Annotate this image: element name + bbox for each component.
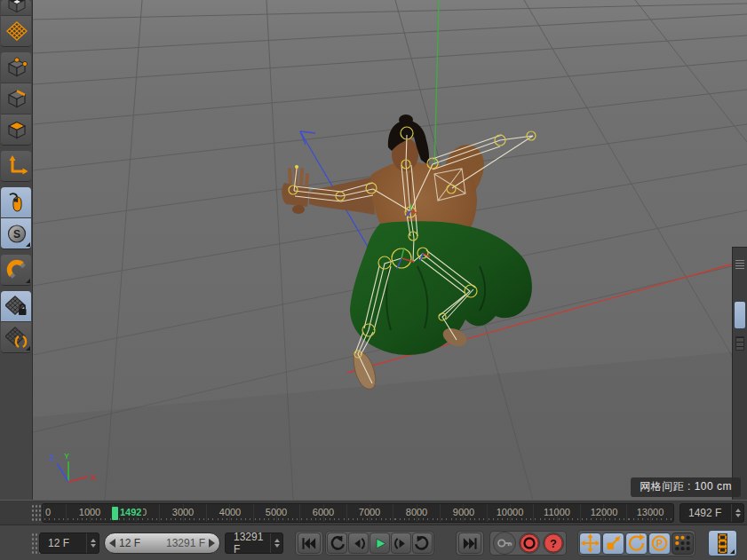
solo-glyph: S xyxy=(12,228,20,241)
current-frame-spinner[interactable] xyxy=(731,504,743,522)
snap-button[interactable] xyxy=(1,255,31,285)
preview-range-slider[interactable]: 12 F 13291 F xyxy=(104,532,220,554)
rotate-icon xyxy=(626,532,647,555)
film-strip-icon xyxy=(711,532,735,556)
enable-axis-button[interactable] xyxy=(1,151,31,181)
next-key-button[interactable] xyxy=(412,532,433,554)
panel-grip-icon[interactable] xyxy=(735,260,744,271)
spinner-down-icon[interactable] xyxy=(735,514,741,517)
ruler-tick: 11000 xyxy=(544,507,570,517)
ruler-tick: 0 xyxy=(45,507,51,517)
current-frame-field[interactable]: 1492 F xyxy=(679,503,744,523)
move-icon xyxy=(580,532,600,555)
points-mode-button[interactable] xyxy=(1,52,31,83)
palette-group-interaction: S xyxy=(1,187,31,248)
record-options-group: P xyxy=(577,530,695,556)
range-right-arrow-icon[interactable] xyxy=(209,539,215,548)
ruler-tick: 4000 xyxy=(219,507,241,517)
polygons-mode-button[interactable] xyxy=(1,114,31,145)
workplane-mode-icon xyxy=(5,20,28,43)
points-mode-icon xyxy=(5,56,28,79)
record-position-button[interactable] xyxy=(579,532,601,555)
magnet-icon xyxy=(5,258,28,281)
play-icon xyxy=(370,532,389,556)
ruler-tick: 8000 xyxy=(406,507,427,517)
timeline-row: 0 1000 2000 3000 4000 5000 6000 7000 800… xyxy=(0,500,747,525)
mode-palette: S xyxy=(0,0,33,500)
ruler-minor-ticks xyxy=(44,518,672,520)
tweak-mode-button[interactable] xyxy=(1,187,31,218)
solo-mode-icon: S xyxy=(5,222,28,245)
ruler-tick: 12000 xyxy=(591,507,618,517)
mouse-icon xyxy=(5,191,28,214)
question-icon: ? xyxy=(544,532,563,554)
palette-group-axis xyxy=(1,151,31,181)
edges-mode-button[interactable] xyxy=(1,83,31,114)
range-start-label: 12 F xyxy=(119,537,166,549)
range-start-spinner[interactable] xyxy=(86,533,99,553)
ruler-tick: 9000 xyxy=(453,507,474,517)
previous-frame-button[interactable] xyxy=(348,532,369,554)
spinner-down-icon[interactable] xyxy=(91,544,96,548)
spinner-up-icon[interactable] xyxy=(735,509,741,512)
spinner-up-icon[interactable] xyxy=(91,539,96,542)
edges-mode-icon xyxy=(5,87,28,110)
ruler-tick: 13000 xyxy=(637,507,664,517)
workplane-lock-button[interactable] xyxy=(1,291,31,322)
range-end-value: 13291 F xyxy=(226,531,270,556)
previous-key-button[interactable] xyxy=(327,532,347,554)
previous-key-icon xyxy=(328,532,346,556)
spinner-up-icon[interactable] xyxy=(274,539,280,542)
playhead-frame-label: 1492 xyxy=(120,507,143,517)
range-end-label: 13291 F xyxy=(166,537,205,549)
spinner-down-icon[interactable] xyxy=(274,544,280,548)
texture-mode-button[interactable] xyxy=(1,0,31,16)
svg-text:P: P xyxy=(656,538,663,548)
goto-start-button[interactable] xyxy=(298,532,321,554)
timeline-grip[interactable] xyxy=(31,504,42,523)
timeline-ruler[interactable]: 0 1000 2000 3000 4000 5000 6000 7000 800… xyxy=(42,503,674,523)
range-end-spinner[interactable] xyxy=(270,533,282,553)
ruler-tick: 10000 xyxy=(497,507,524,517)
next-frame-icon xyxy=(392,532,410,556)
character-mesh xyxy=(282,114,532,389)
transport-row: 12 F 12 F 13291 F 13291 F xyxy=(0,525,747,560)
panel-lines-icon[interactable] xyxy=(735,336,744,351)
application-window: Y Z X 网格间距 : 100 cm xyxy=(0,0,747,560)
record-key-button[interactable] xyxy=(493,532,516,555)
ruler-tick: 6000 xyxy=(313,507,334,517)
next-frame-button[interactable] xyxy=(391,532,411,554)
viewport-solo-button[interactable]: S xyxy=(1,218,31,248)
quantize-button[interactable] xyxy=(1,322,31,352)
parameter-icon: P xyxy=(649,532,670,555)
previous-frame-icon xyxy=(349,532,368,556)
keying-group: ? xyxy=(489,531,567,556)
keying-help-button[interactable]: ? xyxy=(543,532,564,554)
goto-end-button[interactable] xyxy=(458,532,481,554)
range-left-arrow-icon[interactable] xyxy=(109,539,115,548)
play-button[interactable] xyxy=(370,532,390,554)
record-parameter-button[interactable]: P xyxy=(648,532,671,555)
record-pla-button[interactable] xyxy=(672,532,694,555)
ruler-tick: 7000 xyxy=(359,507,380,517)
workplane-lock-icon xyxy=(5,295,28,318)
svg-text:?: ? xyxy=(550,537,557,550)
viewport[interactable]: Y Z X 网格间距 : 100 cm xyxy=(33,0,747,500)
workplane-mode-button[interactable] xyxy=(1,16,31,46)
ruler-tick: 1000 xyxy=(79,507,100,517)
autokey-button[interactable] xyxy=(519,532,540,554)
next-key-icon xyxy=(413,532,432,556)
enable-axis-icon xyxy=(5,154,28,177)
range-end-field[interactable]: 13291 F xyxy=(225,532,283,554)
viewport-canvas[interactable]: Y Z X xyxy=(33,0,747,500)
ruler-tick: 3000 xyxy=(172,507,194,517)
record-rotation-button[interactable] xyxy=(625,532,648,555)
panel-button[interactable] xyxy=(734,301,746,329)
range-start-field[interactable]: 12 F xyxy=(39,532,99,554)
palette-group-snap xyxy=(1,255,31,285)
current-frame-value: 1492 F xyxy=(680,507,731,519)
record-scale-button[interactable] xyxy=(602,532,624,555)
timeline-window-button[interactable] xyxy=(708,530,737,556)
autokey-icon xyxy=(520,532,539,554)
gizmo-z-label: Z xyxy=(49,454,54,462)
